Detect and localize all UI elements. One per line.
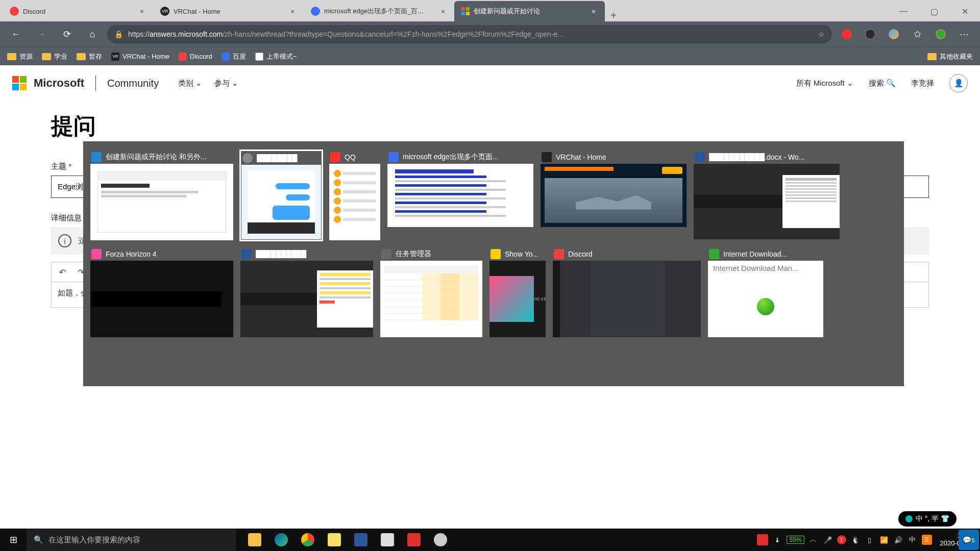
alttab-window[interactable]: ██████████	[240, 247, 373, 337]
app-icon	[242, 153, 253, 163]
all-microsoft-menu[interactable]: 所有 Microsoft ⌄	[796, 79, 853, 88]
tab-baidu[interactable]: microsoft edge出现多个页面_百...×	[304, 1, 454, 21]
bookmark-label: 学业	[54, 52, 67, 61]
tab-discord[interactable]: Discord×	[3, 1, 153, 21]
app-icon	[695, 152, 705, 162]
taskbar-search[interactable]: 🔍在这里输入你要搜索的内容	[27, 529, 236, 551]
username[interactable]: 李竞择	[911, 79, 934, 88]
bookmark-link[interactable]: VRVRChat - Home	[111, 53, 169, 61]
ms-header: Microsoft Community 类别 参与 所有 Microsoft ⌄…	[0, 65, 980, 101]
forward-button[interactable]: →	[31, 24, 52, 44]
alttab-window[interactable]: ████████	[240, 151, 322, 240]
ime-indicator[interactable]: 中	[908, 535, 918, 544]
vrchat-icon: VR	[111, 53, 119, 61]
app-active[interactable]	[323, 529, 346, 551]
close-icon[interactable]: ×	[138, 8, 146, 15]
bookmark-folder[interactable]: 学业	[42, 52, 67, 61]
app-red[interactable]	[402, 529, 426, 551]
window-title: QQ	[345, 153, 379, 161]
close-icon[interactable]: ×	[288, 8, 297, 15]
bookmark-link[interactable]: 上帝模式~	[255, 52, 297, 61]
tab-label: Discord	[23, 8, 134, 15]
app-explorer[interactable]	[243, 529, 266, 551]
maximize-button[interactable]: ▢	[919, 1, 949, 21]
close-icon[interactable]: ×	[439, 8, 447, 15]
page-icon	[255, 53, 263, 61]
ext-icon[interactable]	[883, 24, 904, 44]
tray-icon[interactable]	[757, 534, 768, 545]
bookmark-label: 暂存	[89, 52, 102, 61]
windows-taskbar: ⊞ 🔍在这里输入你要搜索的内容 🌡 55% ︿ 🎤 1 🐧 ▯ 📶 🔊 中 S …	[0, 529, 980, 551]
bookmark-link[interactable]: Discord	[179, 53, 212, 61]
bookmark-label: VRChat - Home	[122, 53, 169, 60]
bookmark-label: Discord	[190, 53, 212, 60]
notification-center[interactable]: 💬5	[959, 530, 979, 550]
app-edge[interactable]	[270, 529, 293, 551]
app-icon	[388, 152, 399, 162]
alttab-window[interactable]: Discord	[553, 247, 701, 337]
ms-brand[interactable]: Microsoft	[34, 77, 84, 90]
tray-badge-icon[interactable]: 1	[837, 535, 846, 544]
home-button[interactable]: ⌂	[82, 24, 103, 44]
favorite-icon[interactable]: ☆	[818, 30, 825, 38]
alttab-window[interactable]: Internet Download...Internet Download Ma…	[708, 247, 823, 337]
close-icon[interactable]: ×	[590, 8, 598, 15]
battery-status[interactable]: 55%	[787, 536, 804, 544]
tray-icon[interactable]: 🌡	[772, 536, 782, 544]
ime-status-pill[interactable]: 中 °, 半 👕	[898, 511, 957, 527]
alttab-window[interactable]: 任务管理器	[380, 247, 482, 337]
app-icon	[491, 249, 501, 259]
alttab-window[interactable]: 创建新问题或开始讨论 和另外...	[90, 151, 233, 240]
profile-button[interactable]	[930, 24, 951, 44]
wifi-icon[interactable]: 📶	[879, 536, 889, 544]
sogou-icon[interactable]: S	[922, 535, 932, 545]
back-button[interactable]: ←	[5, 24, 27, 44]
window-title: Show Yo...	[505, 250, 545, 258]
start-button[interactable]: ⊞	[0, 534, 27, 545]
refresh-button[interactable]: ⟳	[56, 24, 78, 44]
other-bookmarks[interactable]: 其他收藏夹	[927, 52, 973, 61]
window-title: ███████████.docx - Wo...	[709, 153, 839, 161]
alttab-window[interactable]: QQ	[329, 151, 380, 240]
volume-icon[interactable]: 🔊	[893, 536, 903, 544]
avatar[interactable]: 👤	[949, 74, 968, 92]
app-icon	[381, 249, 391, 259]
taskbar-apps	[243, 529, 452, 551]
alttab-window[interactable]: Forza Horizon 4	[90, 247, 233, 337]
app-user[interactable]	[429, 529, 452, 551]
ms-community-link[interactable]: Community	[107, 78, 159, 89]
alttab-window[interactable]: VRChat - Home	[541, 151, 687, 227]
app-word[interactable]	[349, 529, 373, 551]
mic-icon[interactable]: 🎤	[823, 536, 833, 544]
new-tab-button[interactable]: +	[605, 10, 622, 21]
search-icon: 🔍	[34, 535, 43, 544]
window-title: ██████████	[256, 250, 372, 258]
bookmark-label: 资源	[19, 52, 33, 61]
battery-icon[interactable]: ▯	[865, 536, 875, 544]
tab-vrchat[interactable]: VRVRChat - Home×	[153, 1, 304, 21]
alttab-window[interactable]: ███████████.docx - Wo...	[694, 151, 840, 239]
minimize-button[interactable]: —	[888, 1, 919, 21]
ext-icon[interactable]	[860, 24, 881, 44]
nav-category[interactable]: 类别	[178, 79, 202, 88]
undo-button[interactable]: ↶	[56, 267, 69, 277]
alttab-window[interactable]: microsoft edge出现多个页面...	[387, 151, 533, 227]
url-domain: answers.microsoft.com	[150, 30, 223, 38]
close-button[interactable]: ✕	[949, 1, 980, 21]
alttab-window[interactable]: Show Yo...00:43	[489, 247, 546, 337]
bookmark-folder[interactable]: 资源	[7, 52, 33, 61]
favorites-button[interactable]: ✩	[906, 24, 928, 44]
app-mail[interactable]	[376, 529, 399, 551]
address-bar[interactable]: 🔒 https://answers.microsoft.com/zh-hans/…	[107, 25, 832, 43]
bookmark-link[interactable]: 百度	[222, 52, 246, 61]
search-button[interactable]: 搜索 🔍	[869, 79, 896, 88]
tray-icon[interactable]: 🐧	[850, 536, 861, 544]
ext-icon[interactable]	[836, 24, 857, 44]
tab-ms-answers[interactable]: 创建新问题或开始讨论×	[454, 1, 605, 21]
app-chrome[interactable]	[296, 529, 320, 551]
bookmark-folder[interactable]: 暂存	[77, 52, 102, 61]
nav-participate[interactable]: 参与	[214, 79, 238, 88]
window-title: Internet Download...	[723, 250, 822, 258]
chevron-up-icon[interactable]: ︿	[808, 535, 819, 544]
menu-button[interactable]: ⋯	[953, 24, 975, 44]
